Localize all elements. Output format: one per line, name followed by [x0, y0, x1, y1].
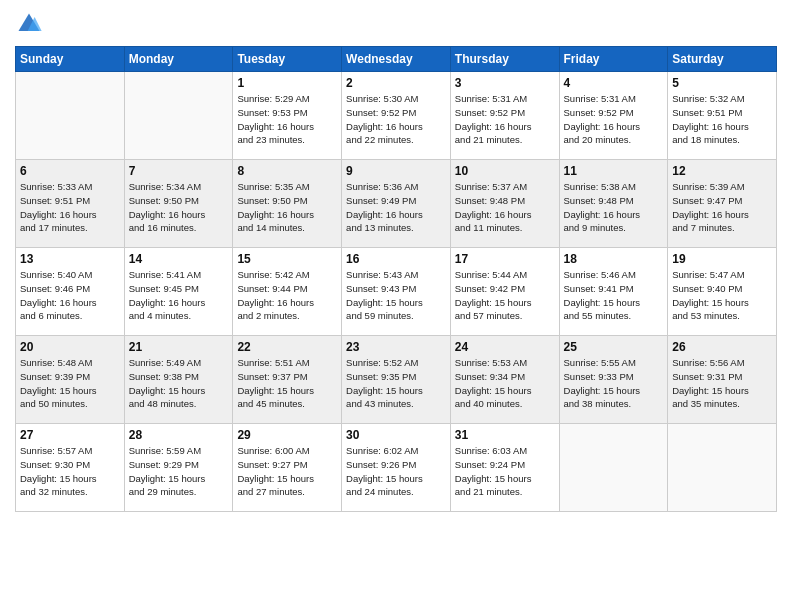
day-number: 21 [129, 340, 229, 354]
day-info: Sunrise: 5:29 AM Sunset: 9:53 PM Dayligh… [237, 92, 337, 147]
calendar-cell: 30Sunrise: 6:02 AM Sunset: 9:26 PM Dayli… [342, 424, 451, 512]
day-header-tuesday: Tuesday [233, 47, 342, 72]
header [15, 10, 777, 38]
day-number: 20 [20, 340, 120, 354]
day-number: 10 [455, 164, 555, 178]
day-info: Sunrise: 6:00 AM Sunset: 9:27 PM Dayligh… [237, 444, 337, 499]
day-info: Sunrise: 6:03 AM Sunset: 9:24 PM Dayligh… [455, 444, 555, 499]
calendar-week-4: 20Sunrise: 5:48 AM Sunset: 9:39 PM Dayli… [16, 336, 777, 424]
day-number: 14 [129, 252, 229, 266]
day-info: Sunrise: 5:59 AM Sunset: 9:29 PM Dayligh… [129, 444, 229, 499]
calendar-cell: 20Sunrise: 5:48 AM Sunset: 9:39 PM Dayli… [16, 336, 125, 424]
day-info: Sunrise: 5:46 AM Sunset: 9:41 PM Dayligh… [564, 268, 664, 323]
day-header-saturday: Saturday [668, 47, 777, 72]
day-number: 3 [455, 76, 555, 90]
day-number: 13 [20, 252, 120, 266]
day-info: Sunrise: 5:57 AM Sunset: 9:30 PM Dayligh… [20, 444, 120, 499]
day-info: Sunrise: 5:34 AM Sunset: 9:50 PM Dayligh… [129, 180, 229, 235]
day-number: 22 [237, 340, 337, 354]
calendar-cell: 7Sunrise: 5:34 AM Sunset: 9:50 PM Daylig… [124, 160, 233, 248]
calendar-cell: 8Sunrise: 5:35 AM Sunset: 9:50 PM Daylig… [233, 160, 342, 248]
calendar-cell: 15Sunrise: 5:42 AM Sunset: 9:44 PM Dayli… [233, 248, 342, 336]
calendar-cell: 11Sunrise: 5:38 AM Sunset: 9:48 PM Dayli… [559, 160, 668, 248]
day-number: 27 [20, 428, 120, 442]
day-info: Sunrise: 5:30 AM Sunset: 9:52 PM Dayligh… [346, 92, 446, 147]
calendar-cell [124, 72, 233, 160]
calendar-cell: 18Sunrise: 5:46 AM Sunset: 9:41 PM Dayli… [559, 248, 668, 336]
day-number: 16 [346, 252, 446, 266]
day-number: 29 [237, 428, 337, 442]
day-info: Sunrise: 5:44 AM Sunset: 9:42 PM Dayligh… [455, 268, 555, 323]
calendar-cell: 9Sunrise: 5:36 AM Sunset: 9:49 PM Daylig… [342, 160, 451, 248]
calendar-header-row: SundayMondayTuesdayWednesdayThursdayFrid… [16, 47, 777, 72]
page: SundayMondayTuesdayWednesdayThursdayFrid… [0, 0, 792, 612]
calendar-cell: 26Sunrise: 5:56 AM Sunset: 9:31 PM Dayli… [668, 336, 777, 424]
day-info: Sunrise: 5:49 AM Sunset: 9:38 PM Dayligh… [129, 356, 229, 411]
day-info: Sunrise: 5:40 AM Sunset: 9:46 PM Dayligh… [20, 268, 120, 323]
calendar-cell: 10Sunrise: 5:37 AM Sunset: 9:48 PM Dayli… [450, 160, 559, 248]
day-number: 18 [564, 252, 664, 266]
day-number: 19 [672, 252, 772, 266]
day-number: 25 [564, 340, 664, 354]
day-number: 11 [564, 164, 664, 178]
calendar-week-3: 13Sunrise: 5:40 AM Sunset: 9:46 PM Dayli… [16, 248, 777, 336]
calendar-cell: 3Sunrise: 5:31 AM Sunset: 9:52 PM Daylig… [450, 72, 559, 160]
day-info: Sunrise: 5:31 AM Sunset: 9:52 PM Dayligh… [455, 92, 555, 147]
day-number: 8 [237, 164, 337, 178]
calendar-cell: 1Sunrise: 5:29 AM Sunset: 9:53 PM Daylig… [233, 72, 342, 160]
day-info: Sunrise: 5:42 AM Sunset: 9:44 PM Dayligh… [237, 268, 337, 323]
day-number: 17 [455, 252, 555, 266]
day-number: 9 [346, 164, 446, 178]
day-number: 12 [672, 164, 772, 178]
day-info: Sunrise: 5:53 AM Sunset: 9:34 PM Dayligh… [455, 356, 555, 411]
calendar-cell: 19Sunrise: 5:47 AM Sunset: 9:40 PM Dayli… [668, 248, 777, 336]
day-number: 4 [564, 76, 664, 90]
day-info: Sunrise: 5:43 AM Sunset: 9:43 PM Dayligh… [346, 268, 446, 323]
day-info: Sunrise: 5:35 AM Sunset: 9:50 PM Dayligh… [237, 180, 337, 235]
day-header-wednesday: Wednesday [342, 47, 451, 72]
day-info: Sunrise: 5:41 AM Sunset: 9:45 PM Dayligh… [129, 268, 229, 323]
day-info: Sunrise: 5:33 AM Sunset: 9:51 PM Dayligh… [20, 180, 120, 235]
day-info: Sunrise: 5:32 AM Sunset: 9:51 PM Dayligh… [672, 92, 772, 147]
day-number: 7 [129, 164, 229, 178]
logo [15, 10, 47, 38]
calendar-cell: 14Sunrise: 5:41 AM Sunset: 9:45 PM Dayli… [124, 248, 233, 336]
calendar-cell [668, 424, 777, 512]
calendar-cell: 13Sunrise: 5:40 AM Sunset: 9:46 PM Dayli… [16, 248, 125, 336]
calendar-week-5: 27Sunrise: 5:57 AM Sunset: 9:30 PM Dayli… [16, 424, 777, 512]
calendar-cell: 21Sunrise: 5:49 AM Sunset: 9:38 PM Dayli… [124, 336, 233, 424]
day-info: Sunrise: 5:36 AM Sunset: 9:49 PM Dayligh… [346, 180, 446, 235]
calendar-cell: 17Sunrise: 5:44 AM Sunset: 9:42 PM Dayli… [450, 248, 559, 336]
day-info: Sunrise: 5:48 AM Sunset: 9:39 PM Dayligh… [20, 356, 120, 411]
calendar-week-1: 1Sunrise: 5:29 AM Sunset: 9:53 PM Daylig… [16, 72, 777, 160]
day-header-sunday: Sunday [16, 47, 125, 72]
day-number: 15 [237, 252, 337, 266]
calendar-cell: 2Sunrise: 5:30 AM Sunset: 9:52 PM Daylig… [342, 72, 451, 160]
day-number: 6 [20, 164, 120, 178]
calendar-week-2: 6Sunrise: 5:33 AM Sunset: 9:51 PM Daylig… [16, 160, 777, 248]
logo-icon [15, 10, 43, 38]
calendar-table: SundayMondayTuesdayWednesdayThursdayFrid… [15, 46, 777, 512]
calendar-cell: 24Sunrise: 5:53 AM Sunset: 9:34 PM Dayli… [450, 336, 559, 424]
day-info: Sunrise: 6:02 AM Sunset: 9:26 PM Dayligh… [346, 444, 446, 499]
day-header-thursday: Thursday [450, 47, 559, 72]
day-info: Sunrise: 5:39 AM Sunset: 9:47 PM Dayligh… [672, 180, 772, 235]
day-number: 31 [455, 428, 555, 442]
day-info: Sunrise: 5:38 AM Sunset: 9:48 PM Dayligh… [564, 180, 664, 235]
day-info: Sunrise: 5:52 AM Sunset: 9:35 PM Dayligh… [346, 356, 446, 411]
day-number: 24 [455, 340, 555, 354]
calendar-cell: 12Sunrise: 5:39 AM Sunset: 9:47 PM Dayli… [668, 160, 777, 248]
calendar-cell: 5Sunrise: 5:32 AM Sunset: 9:51 PM Daylig… [668, 72, 777, 160]
day-number: 2 [346, 76, 446, 90]
calendar-cell [16, 72, 125, 160]
day-info: Sunrise: 5:55 AM Sunset: 9:33 PM Dayligh… [564, 356, 664, 411]
day-info: Sunrise: 5:56 AM Sunset: 9:31 PM Dayligh… [672, 356, 772, 411]
calendar-cell: 16Sunrise: 5:43 AM Sunset: 9:43 PM Dayli… [342, 248, 451, 336]
calendar-cell: 23Sunrise: 5:52 AM Sunset: 9:35 PM Dayli… [342, 336, 451, 424]
calendar-cell [559, 424, 668, 512]
calendar-cell: 27Sunrise: 5:57 AM Sunset: 9:30 PM Dayli… [16, 424, 125, 512]
calendar-cell: 6Sunrise: 5:33 AM Sunset: 9:51 PM Daylig… [16, 160, 125, 248]
day-number: 5 [672, 76, 772, 90]
day-number: 30 [346, 428, 446, 442]
day-number: 23 [346, 340, 446, 354]
